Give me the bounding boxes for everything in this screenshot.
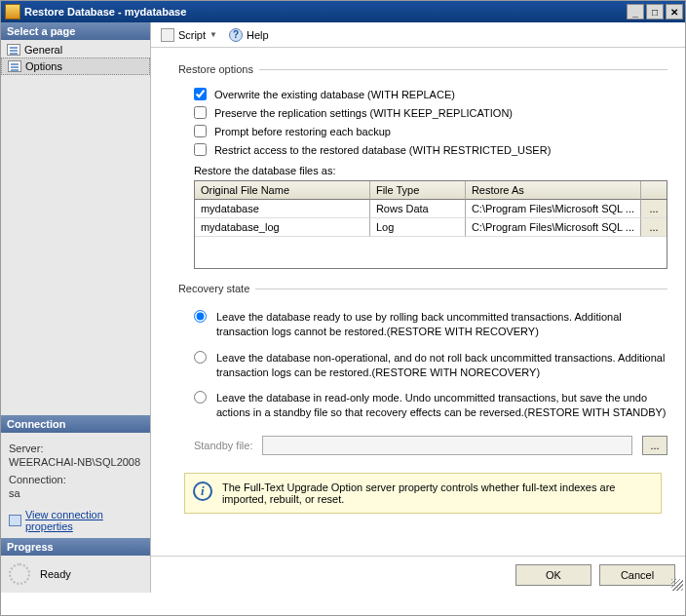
recovery-radio-recovery[interactable] [194,310,207,323]
recovery-label-standby: Leave the database in read-only mode. Un… [216,391,667,420]
page-icon [8,60,21,72]
progress-header: Progress [1,538,150,556]
dialog-footer: OK Cancel [151,556,685,593]
sidebar-item-label: General [24,44,62,56]
col-restore-as[interactable]: Restore As [466,181,641,200]
connection-label: Connection: [9,474,142,485]
server-value: WEERACHAI-NB\SQL2008 [9,456,142,468]
cell-restore-as: C:\Program Files\Microsoft SQL ... [466,200,641,218]
connection-value: sa [9,487,142,499]
cell-original-name: mydatabase [195,200,370,218]
help-icon: ? [229,28,243,42]
server-label: Server: [9,443,142,454]
col-file-type[interactable]: File Type [370,181,466,200]
ok-button[interactable]: OK [515,564,591,586]
sidebar: Select a page General Options Connection… [1,22,151,593]
cell-restore-as: C:\Program Files\Microsoft SQL ... [466,218,641,237]
restore-options-title: Restore options [178,63,667,75]
cell-file-type: Log [370,218,466,237]
sidebar-item-label: Options [25,60,62,72]
progress-status: Ready [40,568,71,580]
table-row[interactable]: mydatabase_log Log C:\Program Files\Micr… [195,218,667,237]
script-icon [161,28,174,42]
minimize-button[interactable]: _ [627,4,644,19]
prompt-label: Prompt before restoring each backup [214,126,391,137]
help-button[interactable]: ? Help [225,26,273,44]
script-button[interactable]: Script ▼ [157,26,221,44]
prompt-checkbox[interactable] [194,125,207,137]
page-icon [7,44,20,56]
recovery-state-title: Recovery state [178,283,667,294]
recovery-label-recovery: Leave the database ready to use by rolli… [216,310,667,339]
resize-grip[interactable] [671,579,683,591]
standby-browse-button[interactable]: ... [642,436,667,455]
standby-file-input [262,436,632,455]
connection-header: Connection [1,415,150,433]
maximize-button[interactable]: □ [646,4,664,19]
titlebar: Restore Database - mydatabase _ □ ✕ [1,1,685,22]
restrict-checkbox[interactable] [194,143,207,156]
script-label: Script [178,29,206,41]
recovery-radio-norecovery[interactable] [194,351,207,364]
preserve-label: Preserve the replication settings (WITH … [214,107,513,119]
close-button[interactable]: ✕ [666,4,683,19]
cancel-button[interactable]: Cancel [599,564,675,586]
info-text: The Full-Text Upgrade Option server prop… [222,481,653,505]
window-title: Restore Database - mydatabase [24,6,627,18]
sidebar-item-options[interactable]: Options [1,58,150,75]
standby-file-label: Standby file: [194,440,253,451]
recovery-label-norecovery: Leave the database non-operational, and … [216,351,667,380]
chevron-down-icon: ▼ [210,30,217,39]
files-grid: Original File Name File Type Restore As … [194,180,667,269]
col-original-file-name[interactable]: Original File Name [195,181,370,200]
recovery-radio-standby[interactable] [194,391,207,404]
preserve-checkbox[interactable] [194,106,207,119]
select-page-header: Select a page [1,22,150,40]
properties-icon [9,515,21,526]
help-label: Help [247,29,269,41]
link-label: View connection properties [25,509,142,532]
overwrite-label: Overwrite the existing database (WITH RE… [214,89,455,100]
browse-button[interactable]: ... [641,200,667,218]
restore-files-label: Restore the database files as: [194,165,667,176]
app-icon [5,4,20,19]
info-icon: i [193,481,212,501]
cell-file-type: Rows Data [370,200,466,218]
progress-spinner-icon [9,563,30,585]
toolbar: Script ▼ ? Help [151,22,685,48]
overwrite-checkbox[interactable] [194,88,207,100]
browse-button[interactable]: ... [641,218,667,237]
grid-empty-area [195,237,667,268]
col-actions [641,181,667,200]
sidebar-item-general[interactable]: General [1,42,150,58]
cell-original-name: mydatabase_log [195,218,370,237]
main-panel: Script ▼ ? Help Restore options Overwrit… [151,22,685,593]
info-box: i The Full-Text Upgrade Option server pr… [184,473,662,514]
restrict-label: Restrict access to the restored database… [214,144,551,156]
view-connection-properties-link[interactable]: View connection properties [1,503,150,538]
table-row[interactable]: mydatabase Rows Data C:\Program Files\Mi… [195,200,667,218]
